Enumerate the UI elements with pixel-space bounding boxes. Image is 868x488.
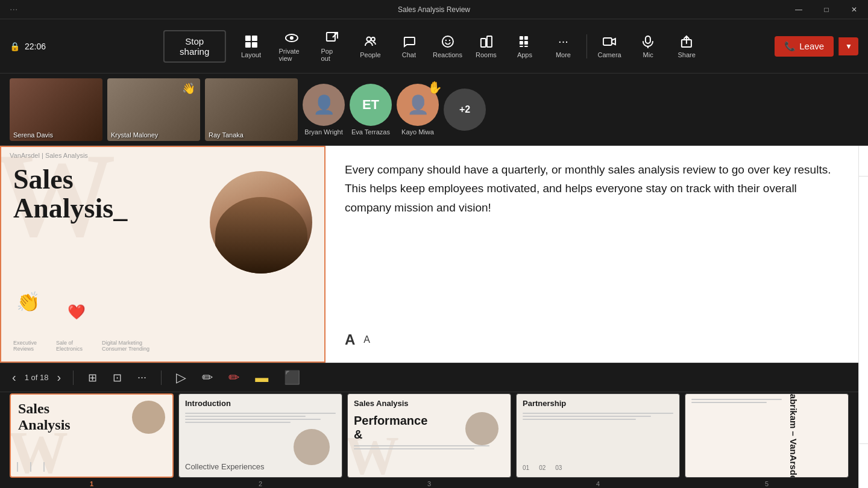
private-view-button[interactable]: Private view [271, 27, 311, 66]
camera-label: Camera [598, 51, 621, 58]
slide-person-image [210, 171, 312, 274]
layout-label: Layout [241, 51, 261, 58]
slide-person-circle [210, 171, 312, 274]
participant-krystal[interactable]: Krystal Maloney 👋 [107, 78, 200, 141]
thumbnail-2[interactable]: Introduction Collective Experiences [178, 393, 342, 478]
thumbnail-5[interactable]: Fabrikam – VanArsdel [685, 393, 849, 478]
stop-sharing-button[interactable]: Stop sharing [163, 30, 226, 63]
meeting-timer: 22:06 [25, 42, 46, 51]
thumb4-lines [517, 413, 679, 420]
prev-slide-button[interactable]: ‹ [10, 368, 19, 387]
thumb4-nums: 01 02 03 [523, 465, 562, 471]
toolbar-center: Stop sharing Layout Private view Pop out… [163, 27, 705, 66]
pen-tool-blue[interactable]: ✏ [197, 368, 218, 388]
highlighter-tool[interactable]: ▬ [250, 368, 273, 388]
slide-view-toggle[interactable]: ⊞ [83, 369, 102, 387]
maximize-button[interactable]: □ [813, 0, 840, 19]
krystal-emoji: 👋 [182, 82, 195, 95]
presentation-area: VanArsdel | Sales Analysis W Sales Analy… [0, 146, 858, 488]
svg-rect-2 [245, 42, 250, 48]
camera-button[interactable]: Camera [591, 31, 627, 62]
main-slide: VanArsdel | Sales Analysis W Sales Analy… [0, 146, 326, 363]
thumb-wrap-3: W Sales Analysis Performance& 3 [347, 393, 511, 487]
participant-strip: Serena Davis Krystal Maloney 👋 Ray Tanak… [0, 74, 868, 146]
rooms-button[interactable]: Rooms [468, 31, 504, 62]
mic-button[interactable]: Mic [630, 31, 666, 62]
font-increase-button[interactable]: A [345, 331, 355, 348]
thumb-wrap-5: Fabrikam – VanArsdel 5 [685, 393, 849, 487]
more-icon: ··· [556, 34, 570, 49]
pen-tool-red[interactable]: ✏ [224, 368, 244, 388]
svg-rect-13 [480, 39, 485, 47]
participant-kayo[interactable]: 👤 ✋ Kayo Miwa [397, 84, 439, 136]
participant-eva[interactable]: ET Eva Terrazas [350, 84, 392, 136]
svg-point-8 [366, 37, 371, 41]
leave-button[interactable]: 📞 Leave [775, 36, 834, 57]
svg-rect-22 [646, 36, 650, 43]
participant-ray[interactable]: Ray Tanaka [205, 78, 298, 141]
avatar-eva: ET [350, 84, 392, 126]
participant-name-ray: Ray Tanaka [209, 131, 244, 139]
chat-button[interactable]: Chat [391, 31, 427, 62]
clapping-emoji: 👏 [16, 290, 40, 313]
leave-label: Leave [799, 41, 824, 51]
participant-bryan[interactable]: 👤 Bryan Wright [303, 84, 345, 136]
more-button[interactable]: ··· More [545, 31, 581, 62]
slide-annotate-button[interactable]: ⊡ [108, 369, 127, 387]
pointer-tool[interactable]: ▷ [171, 368, 191, 388]
person-silhouette [215, 197, 307, 274]
thumb3-header: Sales Analysis [348, 394, 511, 413]
footer-item-2: Sale of Electronics [56, 340, 83, 352]
thumbnail-1[interactable]: W SalesAnalysis [10, 393, 174, 478]
participant-serena[interactable]: Serena Davis [10, 78, 102, 141]
titlebar-menu[interactable]: ··· [10, 4, 17, 15]
svg-rect-3 [251, 42, 257, 48]
thumbnail-3[interactable]: W Sales Analysis Performance& [347, 393, 511, 478]
nav-divider-2 [161, 371, 162, 385]
people-button[interactable]: People [352, 31, 388, 62]
chat-messages: AK Aadi Kapoor 10/27 Yes that'd be wonde… [859, 177, 868, 443]
participant-more[interactable]: +2 [444, 89, 486, 131]
next-slide-button[interactable]: › [54, 368, 63, 387]
reactions-button[interactable]: Reactions [429, 31, 465, 62]
people-label: People [360, 51, 380, 58]
thumb1-footer [17, 462, 45, 472]
chat-header: Meeting chat ✕ [859, 146, 868, 177]
rooms-label: Rooms [476, 51, 497, 58]
heart-emoji: ❤️ [68, 304, 86, 321]
minimize-button[interactable]: — [785, 0, 813, 19]
share-button[interactable]: Share [668, 31, 705, 62]
pop-out-button[interactable]: Pop out [313, 27, 350, 66]
eraser-tool[interactable]: ⬛ [279, 368, 305, 388]
footer-item-1: Executive Reviews [13, 340, 37, 352]
thumb2-lines [179, 413, 342, 423]
name-eva: Eva Terrazas [351, 128, 390, 136]
thumb-wrap-1: W SalesAnalysis 1 [10, 393, 174, 487]
slide-description: Every company should have a quarterly, o… [345, 160, 839, 217]
avatar-bryan: 👤 [303, 84, 345, 126]
close-button[interactable]: ✕ [840, 0, 868, 19]
pop-out-icon [324, 31, 339, 45]
slide-more-button[interactable]: ··· [133, 369, 151, 386]
slide-viewer: VanArsdel | Sales Analysis W Sales Analy… [0, 146, 858, 363]
toolbar-right: 📞 Leave ▼ [775, 36, 858, 57]
svg-point-11 [445, 39, 446, 40]
svg-rect-0 [245, 36, 250, 41]
slide-nav-bar: ‹ 1 of 18 › ⊞ ⊡ ··· ▷ ✏ ✏ ▬ ⬛ [0, 363, 858, 392]
nav-divider-1 [73, 371, 74, 385]
private-view-icon [284, 31, 298, 45]
thumb4-label: Partnership [517, 394, 679, 413]
svg-rect-18 [524, 41, 527, 45]
thumbnail-4[interactable]: Partnership 01 02 03 [516, 393, 680, 478]
mic-label: Mic [643, 51, 653, 58]
name-bryan: Bryan Wright [304, 128, 342, 136]
font-controls[interactable]: A A [345, 331, 839, 348]
toolbar-left: 🔒 22:06 [10, 42, 46, 51]
apps-button[interactable]: Apps [506, 31, 542, 62]
layout-icon [244, 34, 258, 49]
layout-button[interactable]: Layout [233, 31, 269, 62]
thumb-num-5: 5 [765, 480, 769, 487]
chat-input-area: A 📎 🙂 GIF ⊕ ··· ➤ [859, 443, 868, 488]
leave-dropdown-button[interactable]: ▼ [838, 37, 858, 55]
font-decrease-button[interactable]: A [363, 334, 370, 345]
